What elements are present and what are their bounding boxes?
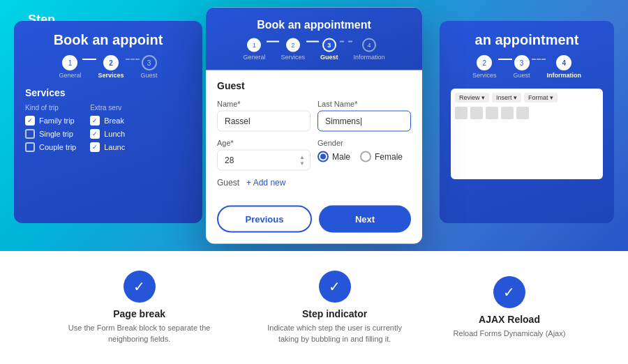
step-circle-1: 1 xyxy=(62,55,77,70)
editor-area: Review ▾ Insert ▾ Format ▾ xyxy=(451,89,603,179)
modal-step-label-1: General xyxy=(243,54,265,61)
name-row: Name* Last Name* xyxy=(217,100,411,132)
step-circle-3: 3 xyxy=(142,55,157,70)
step-indicator-title: Step indicator xyxy=(302,308,367,319)
modal-step-circle-1: 1 xyxy=(247,38,261,52)
male-radio-fill xyxy=(320,154,326,160)
previous-button[interactable]: Previous xyxy=(217,206,312,233)
last-name-group: Last Name* xyxy=(317,100,411,132)
gender-group: Gender Male Female xyxy=(317,139,411,171)
page-break-title: Page break xyxy=(113,308,165,319)
right-steps-bar: 2 Services 3 Guest 4 Information xyxy=(451,55,603,79)
modal-step-circle-4: 4 xyxy=(362,38,376,52)
last-name-input[interactable] xyxy=(317,111,411,132)
modal-footer: Previous Next xyxy=(206,206,422,244)
ajax-reload-icon: ✓ xyxy=(503,284,515,301)
step-label-general: General xyxy=(59,72,81,79)
checkbox-icon-family: ✓ xyxy=(25,116,35,126)
male-radio[interactable] xyxy=(317,151,329,162)
gender-male-option[interactable]: Male xyxy=(317,151,350,162)
feature-ajax-reload: ✓ AJAX Reload Reload Forms Dynamicaly (A… xyxy=(454,276,566,339)
modal-step-circle-2: 2 xyxy=(286,38,300,52)
add-new-link[interactable]: + Add new xyxy=(246,178,285,188)
format-btn[interactable]: Format ▾ xyxy=(524,93,558,103)
female-radio[interactable] xyxy=(360,151,371,162)
editor-icon-3 xyxy=(486,107,498,119)
modal-steps-bar: 1 General 2 Services 3 Guest xyxy=(217,38,411,61)
step-indicator-icon-circle: ✓ xyxy=(319,271,351,303)
step-group-3: 3 Guest xyxy=(141,55,158,79)
main-modal: Book an appointment 1 General 2 Services xyxy=(206,8,422,244)
age-up-arrow[interactable]: ▲ xyxy=(299,154,305,160)
editor-icon-2 xyxy=(470,107,483,119)
editor-icons xyxy=(455,107,599,119)
checkbox-lunch: ✓ Lunch xyxy=(90,129,125,139)
modal-step-2: 2 Services xyxy=(281,38,305,61)
left-card-title: Book an appoint xyxy=(25,32,191,48)
age-input-wrap: ▲ ▼ xyxy=(217,150,311,171)
name-group: Name* xyxy=(217,100,311,132)
editor-icon-1 xyxy=(455,107,468,119)
female-label: Female xyxy=(375,152,403,162)
modal-step-label-3: Guest xyxy=(320,54,338,61)
editor-icon-5 xyxy=(516,107,529,119)
editor-toolbar: Review ▾ Insert ▾ Format ▾ xyxy=(455,93,599,103)
checkbox-icon-single xyxy=(25,129,35,139)
checkbox-couple: Couple trip xyxy=(25,142,76,152)
step-label-guest: Guest xyxy=(141,72,158,79)
checkbox-icon-break: ✓ xyxy=(90,116,100,126)
modal-header: Book an appointment 1 General 2 Services xyxy=(206,8,422,70)
next-button[interactable]: Next xyxy=(319,206,411,233)
modal-title: Book an appointment xyxy=(217,19,411,31)
name-input[interactable] xyxy=(217,111,311,132)
right-background-card: an appointment 2 Services 3 Guest 4 Info… xyxy=(440,21,614,223)
modal-step-circle-3: 3 xyxy=(322,38,336,52)
last-name-label: Last Name* xyxy=(317,100,411,108)
right-step-circle-2: 2 xyxy=(477,55,492,70)
age-input[interactable] xyxy=(217,150,311,171)
checkbox-launc: ✓ Launc xyxy=(90,142,125,152)
checkbox-icon-couple xyxy=(25,142,35,152)
age-label: Age* xyxy=(217,139,311,147)
modal-step-1: 1 General xyxy=(243,38,265,61)
step-circle-2: 2 xyxy=(103,55,119,70)
left-background-card: Book an appoint 1 General 2 Services 3 G… xyxy=(14,21,202,223)
bottom-section: ✓ Page break Use the Form Break block to… xyxy=(0,251,628,364)
step-indicator-icon: ✓ xyxy=(329,278,341,295)
checkbox-break: ✓ Break xyxy=(90,116,125,126)
right-step-label-guest: Guest xyxy=(514,72,530,79)
right-step-circle-4: 4 xyxy=(556,55,571,70)
guest-label: Guest xyxy=(217,178,239,188)
gender-female-option[interactable]: Female xyxy=(360,151,403,162)
right-step-label-info: Information xyxy=(547,72,582,79)
right-step-group-2: 2 Services xyxy=(472,55,497,79)
editor-icon-4 xyxy=(501,107,514,119)
modal-dash-2 xyxy=(306,41,319,43)
review-btn[interactable]: Review ▾ xyxy=(455,93,489,103)
step-group-1: 1 General xyxy=(59,55,81,79)
page-break-icon-circle: ✓ xyxy=(124,271,156,303)
section-title: Guest xyxy=(217,80,411,91)
name-label: Name* xyxy=(217,100,311,108)
page-break-desc: Use the Form Break block to separate the… xyxy=(63,323,216,344)
ajax-reload-icon-circle: ✓ xyxy=(493,276,525,308)
age-group: Age* ▲ ▼ xyxy=(217,139,311,171)
modal-step-3: 3 Guest xyxy=(320,38,338,61)
services-title: Services xyxy=(25,87,191,98)
gender-label: Gender xyxy=(317,139,411,147)
kind-label: Kind of trip xyxy=(25,104,76,112)
age-gender-row: Age* ▲ ▼ Gender xyxy=(217,139,411,171)
male-label: Male xyxy=(332,152,350,162)
right-card-title: an appointment xyxy=(451,32,603,48)
right-dash-1 xyxy=(498,59,512,60)
feature-step-indicator: ✓ Step indicator Indicate which step the… xyxy=(258,271,412,344)
checkbox-icon-lunch: ✓ xyxy=(90,129,100,139)
top-section: Stepindicator → Book an appoint 1 Genera… xyxy=(0,0,628,251)
gender-options: Male Female xyxy=(317,151,411,162)
right-step-group-4: 4 Information xyxy=(547,55,582,79)
checkbox-single: Single trip xyxy=(25,129,76,139)
age-down-arrow[interactable]: ▼ xyxy=(299,160,305,166)
right-step-circle-3: 3 xyxy=(514,55,530,70)
insert-btn[interactable]: Insert ▾ xyxy=(492,93,521,103)
checkbox-icon-launc: ✓ xyxy=(90,142,100,152)
